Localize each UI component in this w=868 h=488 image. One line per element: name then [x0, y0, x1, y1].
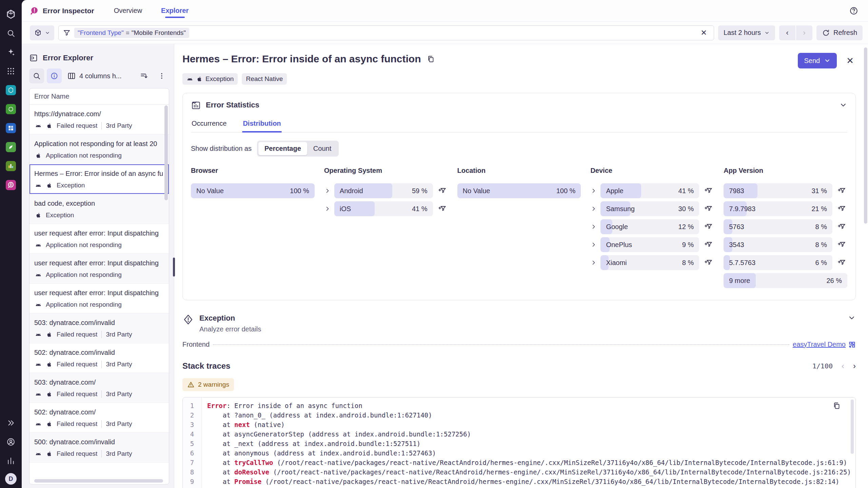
user-avatar[interactable]: D: [5, 473, 17, 485]
tab-occurrence[interactable]: Occurrence: [191, 116, 227, 132]
collapse-exception-icon[interactable]: [848, 314, 856, 322]
add-filter-icon[interactable]: [703, 222, 714, 231]
distribution-bar[interactable]: OnePlus9 %: [600, 237, 699, 252]
error-list-row[interactable]: https://dynatrace.com/Failed request3rd …: [29, 105, 169, 135]
kebab-menu-icon[interactable]: [154, 68, 169, 83]
columns-button[interactable]: 4 columns h...: [64, 68, 124, 83]
distribution-bar[interactable]: 35438 %: [724, 237, 832, 252]
distribution-bar[interactable]: Xiaomi8 %: [600, 255, 699, 270]
distribution-bar[interactable]: Android59 %: [334, 183, 433, 198]
error-list-row[interactable]: user request after error: Input dispatch…: [29, 284, 169, 313]
info-icon[interactable]: [47, 68, 62, 83]
panel-resize-handle[interactable]: [173, 258, 175, 277]
distribution-bar[interactable]: Samsung30 %: [600, 201, 699, 216]
send-button[interactable]: Send: [798, 53, 837, 68]
close-detail-icon[interactable]: ✕: [844, 55, 856, 67]
add-filter-icon[interactable]: [836, 258, 847, 267]
search-icon[interactable]: [4, 26, 18, 40]
easytravel-demo-link[interactable]: easyTravel Demo: [793, 341, 856, 348]
list-vertical-scrollbar[interactable]: [164, 105, 168, 200]
distribution-bar[interactable]: 9 more26 %: [724, 273, 847, 288]
dynatrace-logo-icon[interactable]: [4, 7, 18, 21]
distribution-bar[interactable]: 57638 %: [724, 219, 832, 234]
expand-chevron-icon[interactable]: [590, 241, 597, 248]
stack-prev-icon[interactable]: ‹: [842, 361, 844, 371]
code-scrollbar[interactable]: [851, 400, 854, 454]
distribution-bar[interactable]: Apple41 %: [600, 183, 699, 198]
stack-next-icon[interactable]: ›: [853, 361, 856, 371]
expand-chevron-icon[interactable]: [324, 187, 331, 194]
error-list-row[interactable]: user request after error: Input dispatch…: [29, 254, 169, 284]
distribution-bar[interactable]: iOS41 %: [334, 201, 433, 216]
error-list-row[interactable]: Application not responding for at least …: [29, 135, 169, 164]
distribution-bar[interactable]: 798331 %: [724, 183, 832, 198]
warnings-badge[interactable]: 2 warnings: [182, 378, 234, 391]
clear-filter-icon[interactable]: ✕: [698, 27, 709, 39]
app-tile-green[interactable]: [6, 104, 16, 114]
sort-icon[interactable]: [137, 68, 152, 83]
list-horizontal-scrollbar[interactable]: [34, 479, 163, 483]
help-icon[interactable]: [848, 5, 860, 17]
app-tile-blue-grid[interactable]: [6, 123, 16, 133]
add-filter-icon[interactable]: [836, 204, 847, 213]
error-list-row[interactable]: 503: dynatrace.com/Failed request3rd Par…: [29, 373, 169, 403]
error-list-row[interactable]: Hermes – Error: Error inside of an async…: [29, 164, 169, 194]
expand-chevron-icon[interactable]: [324, 205, 331, 212]
app-tile-leaf[interactable]: [6, 142, 16, 152]
app-launcher-icon[interactable]: [4, 64, 18, 78]
toggle-count[interactable]: Count: [307, 142, 337, 155]
app-tile-teal[interactable]: [6, 85, 16, 95]
distribution-bar[interactable]: Google12 %: [600, 219, 699, 234]
list-search-icon[interactable]: [29, 68, 44, 83]
time-range-button[interactable]: Last 2 hours: [718, 25, 775, 40]
sparkles-ai-icon[interactable]: [4, 45, 18, 59]
account-icon[interactable]: [4, 435, 18, 449]
main-scrollbar[interactable]: [864, 47, 867, 485]
add-filter-icon[interactable]: [436, 204, 448, 213]
add-filter-icon[interactable]: [436, 186, 448, 195]
collapse-statistics-icon[interactable]: [839, 101, 847, 109]
copy-stack-icon[interactable]: [832, 402, 841, 410]
error-inspector-app-icon[interactable]: [6, 180, 16, 190]
toggle-percentage[interactable]: Percentage: [258, 142, 307, 155]
stack-trace-line: at ?anon_0_ (address at index.android.bu…: [207, 410, 850, 420]
add-filter-icon[interactable]: [703, 186, 714, 195]
add-filter-icon[interactable]: [703, 258, 714, 267]
add-filter-icon[interactable]: [703, 240, 714, 249]
scope-selector-button[interactable]: [30, 25, 54, 40]
distribution-row: Xiaomi8 %: [590, 255, 714, 270]
error-list-row[interactable]: 500: dynatrace.com/invalidFailed request…: [29, 433, 169, 463]
distribution-bar[interactable]: No Value100 %: [191, 183, 315, 198]
filter-input[interactable]: "Frontend Type" = "Mobile Frontends" ✕: [58, 25, 714, 40]
error-list-row[interactable]: 502: dynatrace.com/Failed request3rd Par…: [29, 403, 169, 433]
expand-chevron-icon[interactable]: [590, 223, 597, 230]
copy-title-icon[interactable]: [427, 55, 435, 63]
app-tile-multi[interactable]: [6, 161, 16, 171]
distribution-bar[interactable]: No Value100 %: [457, 183, 581, 198]
error-list-row[interactable]: 503: dynatrace.com/invalidFailed request…: [29, 313, 169, 343]
tab-overview[interactable]: Overview: [113, 1, 143, 21]
error-name-column-header[interactable]: Error Name: [29, 88, 169, 105]
add-filter-icon[interactable]: [703, 204, 714, 213]
error-list-row[interactable]: 502: dynatrace.com/invalidFailed request…: [29, 343, 169, 373]
releases-chart-icon[interactable]: [4, 454, 18, 468]
tab-explorer[interactable]: Explorer: [160, 1, 189, 21]
time-next-button[interactable]: ›: [796, 25, 812, 40]
add-filter-icon[interactable]: [836, 186, 847, 195]
add-filter-icon[interactable]: [836, 222, 847, 231]
page-title: Hermes – Error: Error inside of an async…: [182, 53, 421, 65]
distribution-bar[interactable]: 5.7.57636 %: [724, 255, 832, 270]
error-list-row[interactable]: user request after error: Input dispatch…: [29, 224, 169, 254]
expand-rail-icon[interactable]: [4, 416, 18, 430]
filter-chip[interactable]: "Frontend Type" = "Mobile Frontends": [74, 28, 189, 38]
time-prev-button[interactable]: ‹: [779, 25, 795, 40]
expand-chevron-icon[interactable]: [590, 259, 597, 266]
error-list-row[interactable]: bad code, exceptionException: [29, 194, 169, 224]
error-row-name: user request after error: Input dispatch…: [34, 259, 164, 267]
distribution-bar[interactable]: 7.9.798321 %: [724, 201, 832, 216]
add-filter-icon[interactable]: [836, 240, 847, 249]
expand-chevron-icon[interactable]: [590, 205, 597, 212]
expand-chevron-icon[interactable]: [590, 187, 597, 194]
refresh-button[interactable]: Refresh: [816, 25, 863, 40]
tab-distribution[interactable]: Distribution: [242, 116, 281, 132]
